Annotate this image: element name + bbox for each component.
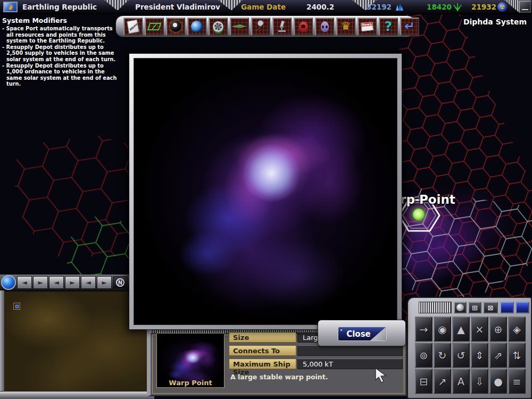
orb-view-button[interactable] bbox=[454, 302, 467, 313]
blue-blank-button-1[interactable] bbox=[500, 302, 514, 313]
game-date-label: Game Date bbox=[241, 3, 286, 11]
order-button-11[interactable]: ⇗ bbox=[489, 343, 507, 368]
question-mark-icon: ? bbox=[385, 20, 393, 33]
order-button-7[interactable]: ⊚ bbox=[415, 343, 433, 368]
ship-prev-button[interactable]: ◄ bbox=[17, 276, 32, 289]
arrow-left-icon: ◄ bbox=[22, 279, 27, 286]
viewer-image-area bbox=[134, 58, 397, 325]
crossed-ships-icon: × bbox=[476, 323, 484, 335]
eightball-icon bbox=[170, 21, 181, 32]
order-button-grid: → ◉ ▲ × ⊕ ◈ ⊚ ↻ ↺ ⇕ ⇗ ⇅ ⊟ ↗ A ⇩ ● ≡ bbox=[414, 316, 527, 394]
order-button-9[interactable]: ↺ bbox=[452, 343, 470, 368]
field-label-connects-to: Connects To bbox=[229, 345, 296, 356]
order-button-14[interactable]: ↗ bbox=[434, 369, 451, 394]
mouse-cursor bbox=[374, 367, 389, 383]
arrow-right-icon: ► bbox=[102, 279, 106, 286]
wheel-icon bbox=[213, 21, 223, 32]
menu-paper-icon: Menu bbox=[127, 19, 139, 34]
system-modifier-line: - Resupply Depot distributes up to 1,000… bbox=[2, 63, 120, 87]
order-button-13[interactable]: ⊟ bbox=[415, 369, 433, 394]
ship-next-button[interactable]: ► bbox=[33, 276, 48, 289]
close-button[interactable]: Close bbox=[338, 327, 387, 341]
order-panel: ⊞ ⊠ → ◉ ▲ × ⊕ ◈ ⊚ ↻ ↺ ⇕ ⇗ ⇅ ⊟ ↗ A ⇩ ● ≡ bbox=[407, 297, 532, 399]
organics-counter: 18420 bbox=[427, 2, 462, 12]
research-button[interactable] bbox=[272, 18, 292, 36]
order-button-3[interactable]: ▲ bbox=[452, 317, 470, 342]
end-turn-button[interactable]: ↵ bbox=[400, 18, 419, 36]
ship-tool-icon: ↗ bbox=[438, 376, 447, 387]
green-ship-icon bbox=[232, 23, 246, 30]
n-marker-button[interactable]: N bbox=[113, 276, 128, 289]
empire-flag-icon[interactable]: ♞ bbox=[3, 2, 18, 12]
order-button-15[interactable]: A bbox=[452, 369, 470, 394]
order-button-4[interactable]: × bbox=[471, 317, 488, 342]
wrench-icon bbox=[254, 20, 268, 34]
communications-button[interactable] bbox=[315, 18, 334, 36]
ship-note-icon: ⊟ bbox=[420, 376, 428, 387]
map-selection-marker[interactable] bbox=[13, 303, 20, 310]
resource-prev-button[interactable]: ◄ bbox=[81, 276, 96, 289]
warp-point-thumbnail[interactable]: Warp Point bbox=[156, 333, 225, 388]
warp-point-description: A large stable warp point. bbox=[230, 373, 328, 381]
warp-point-viewer-window bbox=[129, 53, 402, 330]
arrow-left-icon: ◄ bbox=[86, 279, 90, 286]
planets-button[interactable] bbox=[187, 18, 206, 36]
intelligence-button[interactable] bbox=[294, 18, 313, 36]
radioactives-counter: 21932 ☢ bbox=[471, 2, 507, 12]
spiral-ship-icon: ◈ bbox=[513, 323, 521, 335]
ship-a-icon: A bbox=[458, 376, 464, 387]
map-frame-bottom bbox=[0, 391, 154, 399]
orb-icon bbox=[456, 304, 464, 311]
minerals-value: 32192 bbox=[366, 3, 392, 11]
empire-status-button[interactable]: ♛ bbox=[336, 18, 355, 36]
planet-next-button[interactable]: ► bbox=[65, 276, 80, 289]
spiral-warp-icon: ◉ bbox=[438, 323, 447, 335]
game-screen: Warp Point Diphda System ♞ Earthling Rep… bbox=[0, 0, 532, 399]
panel-ribbed-strip bbox=[419, 302, 452, 313]
colonies-button[interactable] bbox=[209, 18, 228, 36]
clipboard-arrow-icon: ≡ bbox=[513, 376, 521, 387]
ship-lock-icon: ⊠ bbox=[488, 304, 494, 312]
news-button[interactable]: News bbox=[358, 18, 377, 36]
ship-crate-icon: ⇩ bbox=[476, 376, 484, 387]
center-view-button[interactable]: ⊞ bbox=[468, 302, 481, 313]
construction-button[interactable] bbox=[251, 18, 270, 36]
minimize-window-button[interactable] bbox=[519, 1, 531, 13]
warp-point-map-object[interactable] bbox=[413, 209, 425, 220]
order-button-1[interactable]: → bbox=[415, 317, 433, 342]
arrow-right-icon: → bbox=[420, 323, 428, 335]
planet-prev-button[interactable]: ◄ bbox=[49, 276, 64, 289]
arrow-left-icon: ◄ bbox=[54, 279, 59, 286]
menu-button[interactable]: Menu bbox=[123, 18, 143, 36]
order-button-17[interactable]: ● bbox=[489, 369, 507, 394]
top-status-bar: ♞ Earthling Republic President Vladimiro… bbox=[0, 0, 532, 14]
map-nav-toolbar: ◄ ► ◄ ► ◄ ► N bbox=[0, 275, 132, 290]
thumbnail-label: Warp Point bbox=[157, 379, 224, 387]
order-button-18[interactable]: ≡ bbox=[508, 369, 526, 394]
map-orb-button[interactable] bbox=[1, 275, 16, 290]
system-modifier-line: - Space Port automatically transports al… bbox=[2, 26, 120, 44]
field-row: Connects To bbox=[229, 345, 403, 356]
claw-wrench-globe-icon: ↻ bbox=[438, 350, 447, 361]
order-button-5[interactable]: ⊕ bbox=[489, 317, 507, 342]
help-button[interactable]: ? bbox=[379, 18, 398, 36]
order-button-10[interactable]: ⇕ bbox=[471, 343, 488, 368]
order-button-16[interactable]: ⇩ bbox=[471, 369, 488, 394]
field-label-max-ship-size: Maximum Ship Size bbox=[229, 359, 296, 369]
order-button-8[interactable]: ↻ bbox=[434, 343, 451, 368]
system-name-label: Diphda System bbox=[463, 18, 527, 26]
wireframe-ship-icon bbox=[147, 23, 162, 30]
globe-icon bbox=[191, 21, 203, 32]
order-button-12[interactable]: ⇅ bbox=[508, 343, 526, 368]
resource-next-button[interactable]: ► bbox=[97, 276, 112, 289]
order-button-2[interactable]: ◉ bbox=[434, 317, 451, 342]
ship-design-button[interactable] bbox=[145, 18, 164, 36]
main-toolbar: Menu ♛ News ? ↵ bbox=[115, 15, 415, 37]
ship-lock-button[interactable]: ⊠ bbox=[483, 302, 498, 313]
ship-updown-icon: ⇅ bbox=[513, 350, 521, 361]
quadrant-map-view[interactable] bbox=[4, 292, 148, 391]
empires-button[interactable] bbox=[166, 18, 185, 36]
fleets-button[interactable] bbox=[230, 18, 249, 36]
order-button-6[interactable]: ◈ bbox=[508, 317, 526, 342]
blue-blank-button-2[interactable] bbox=[516, 302, 529, 313]
